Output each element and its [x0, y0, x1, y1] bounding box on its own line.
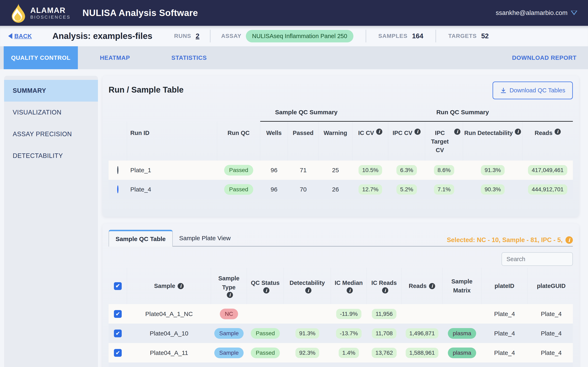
sample-table-header: ✔ Samplei Sample Typei QC Statusi Detect…: [109, 268, 573, 304]
targets-label: TARGETS: [448, 33, 477, 39]
download-report-button[interactable]: DOWNLOAD REPORT: [512, 46, 588, 69]
divider: [436, 30, 436, 42]
download-qc-tables-button[interactable]: Download QC Tables: [493, 82, 573, 99]
ic-cv-value: 12.7%: [359, 184, 382, 195]
info-icon[interactable]: i: [263, 287, 269, 293]
wells-value: 96: [260, 186, 288, 193]
info-icon[interactable]: i: [305, 287, 311, 293]
main-tabbar: QUALITY CONTROL HEATMAP STATISTICS DOWNL…: [0, 46, 588, 69]
table-row[interactable]: Plate_4 Passed 96 70 26 12.7% 5.2% 7.1% …: [109, 180, 573, 199]
table-row[interactable]: ✔ Plate04_A_11 Sample Passed 92.3% 1.4% …: [109, 343, 573, 362]
warning-value: 25: [319, 167, 353, 174]
plate-guid: Plate_4: [528, 349, 575, 356]
assay-stat: ASSAY NULISAseq Inflammation Panel 250: [221, 30, 353, 42]
info-icon[interactable]: i: [414, 129, 421, 135]
info-icon[interactable]: i: [227, 292, 233, 298]
col-reads: Readsi: [402, 268, 443, 304]
col-ic-cv: IC CVi: [353, 122, 388, 161]
tab-quality-control[interactable]: QUALITY CONTROL: [4, 46, 78, 69]
tab-heatmap[interactable]: HEATMAP: [78, 46, 152, 69]
col-sample-matrix: Sample Matrix: [443, 268, 481, 304]
run-table-group-header: Sample QC Summary Run QC Summary: [109, 109, 573, 122]
divider: [366, 30, 366, 42]
ic-reads: 13,762: [372, 348, 397, 358]
brand-subtitle: BIOSCIENCES: [30, 15, 71, 19]
run-table-title: Run / Sample Table: [109, 85, 184, 94]
ic-reads: 11,956: [372, 309, 396, 319]
sidebar-item-summary[interactable]: SUMMARY: [4, 80, 98, 101]
user-menu[interactable]: ssankhe@alamarbio.com: [496, 9, 577, 17]
ipc-cv-value: 6.3%: [396, 165, 417, 175]
download-icon: [500, 87, 507, 94]
sidebar-item-assay-precision[interactable]: ASSAY PRECISION: [4, 123, 98, 145]
run-sample-table-card: Run / Sample Table Download QC Tables Sa…: [102, 76, 579, 217]
info-icon[interactable]: i: [376, 129, 382, 135]
info-icon[interactable]: i: [429, 283, 435, 289]
sample-name: Plate04_A_1_NC: [127, 310, 211, 317]
plate-guid: Plate_4: [528, 310, 575, 317]
col-ipc-target-cv: IPC Target CVi: [425, 122, 463, 161]
run-table: Sample QC Summary Run QC Summary Run ID …: [109, 109, 573, 199]
table-row[interactable]: ✔ Plate04_A_1_NC NC -11.9% 11,956 Plate_…: [109, 304, 573, 324]
runs-value[interactable]: 2: [196, 32, 199, 40]
ic-cv-value: 10.5%: [359, 165, 382, 175]
sample-type-badge: NC: [220, 309, 238, 319]
sample-matrix-badge: plasma: [448, 328, 476, 339]
reads-value: 417,049,461: [528, 165, 567, 175]
select-all-checkbox[interactable]: ✔: [114, 282, 122, 290]
qc-status-badge: Passed: [251, 328, 280, 339]
divider: [210, 30, 210, 42]
col-plate-guid: plateGUID: [528, 268, 575, 304]
sidebar-item-detectability[interactable]: DETECTABILITY: [4, 145, 98, 167]
sample-type-badge: Sample: [214, 348, 244, 358]
tab-statistics[interactable]: STATISTICS: [152, 46, 226, 69]
ipc-cv-value: 5.2%: [396, 184, 417, 195]
sample-qc-card: Sample QC Table Sample Plate View Select…: [102, 224, 579, 367]
info-icon[interactable]: i: [178, 283, 184, 289]
row-checkbox[interactable]: ✔: [114, 349, 122, 357]
runs-label: RUNS: [174, 33, 191, 39]
sidebar-item-visualization[interactable]: VISUALIZATION: [4, 101, 98, 123]
tab-sample-qc-table[interactable]: Sample QC Table: [109, 230, 173, 247]
run-id: Plate_1: [127, 167, 217, 174]
alamar-drop-icon: [11, 3, 26, 23]
ic-median: -13.7%: [336, 328, 361, 339]
run-radio-plate4[interactable]: [117, 185, 118, 193]
run-table-header: Run ID Run QC Wells Passed Warning IC CV…: [109, 122, 573, 161]
sample-name: Plate04_A_11: [127, 349, 211, 356]
table-row[interactable]: ✔ Plate04_A_12_IPC_rep1 IPC Passed 96.1%…: [109, 362, 573, 367]
info-icon[interactable]: i: [454, 129, 460, 135]
chevron-down-icon[interactable]: [571, 11, 577, 15]
col-run-id: Run ID: [127, 122, 217, 161]
back-button[interactable]: BACK: [8, 33, 32, 40]
sample-name: Plate04_A_10: [127, 330, 211, 337]
col-ic-median: IC Mediani: [331, 268, 367, 304]
table-row[interactable]: ✔ Plate04_A_10 Sample Passed 91.3% -13.7…: [109, 324, 573, 343]
top-header: ALAMAR BIOSCIENCES NULISA Analysis Softw…: [0, 0, 588, 26]
qc-status-badge: Passed: [251, 348, 280, 358]
run-table-rows: Plate_1 Passed 96 71 25 10.5% 6.3% 8.6% …: [109, 161, 573, 199]
run-detectability-value: 90.3%: [481, 184, 504, 195]
targets-value: 52: [481, 32, 489, 40]
info-icon[interactable]: i: [554, 129, 561, 135]
ipc-target-cv-value: 7.1%: [434, 184, 454, 195]
info-icon[interactable]: i: [515, 129, 521, 135]
tab-sample-plate-view[interactable]: Sample Plate View: [173, 230, 237, 247]
reads-value: 444,912,701: [528, 184, 567, 195]
col-passed: Passed: [288, 122, 319, 161]
col-qc-status: QC Statusi: [247, 268, 284, 304]
info-icon[interactable]: i: [382, 287, 388, 293]
run-radio-plate1[interactable]: [117, 166, 118, 174]
info-icon[interactable]: i: [347, 287, 353, 293]
ic-median: -11.9%: [336, 309, 361, 319]
search-input[interactable]: [502, 252, 573, 266]
main-content: Run / Sample Table Download QC Tables Sa…: [102, 69, 579, 367]
sample-matrix-badge: plasma: [448, 348, 476, 358]
info-icon-orange[interactable]: i: [565, 236, 573, 244]
plate-guid: Plate_4: [528, 330, 575, 337]
row-checkbox[interactable]: ✔: [114, 330, 122, 337]
ic-median: 1.4%: [339, 348, 359, 358]
col-run-qc: Run QC: [217, 122, 260, 161]
row-checkbox[interactable]: ✔: [114, 310, 122, 318]
table-row[interactable]: Plate_1 Passed 96 71 25 10.5% 6.3% 8.6% …: [109, 161, 573, 180]
